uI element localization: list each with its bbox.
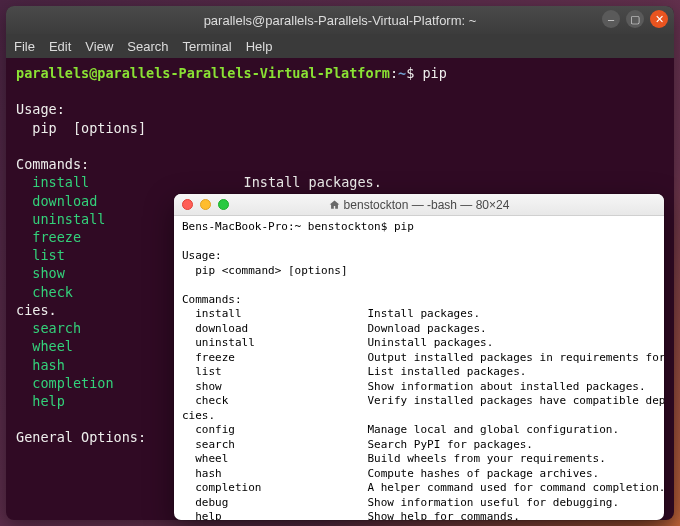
zoom-button[interactable]	[218, 199, 229, 210]
menu-search[interactable]: Search	[127, 39, 168, 54]
ubuntu-titlebar[interactable]: parallels@parallels-Parallels-Virtual-Pl…	[6, 6, 674, 34]
menu-edit[interactable]: Edit	[49, 39, 71, 54]
maximize-button[interactable]: ▢	[626, 10, 644, 28]
menu-file[interactable]: File	[14, 39, 35, 54]
mac-terminal-body[interactable]: Bens-MacBook-Pro:~ benstockton$ pip Usag…	[174, 216, 664, 520]
mac-window-title: benstockton — -bash — 80×24	[344, 198, 510, 212]
home-icon	[329, 198, 344, 212]
ubuntu-window-controls: – ▢ ✕	[602, 10, 668, 28]
menu-view[interactable]: View	[85, 39, 113, 54]
mac-window-controls	[182, 199, 229, 210]
minimize-button[interactable]: –	[602, 10, 620, 28]
ubuntu-window-title: parallels@parallels-Parallels-Virtual-Pl…	[204, 13, 477, 28]
minimize-button[interactable]	[200, 199, 211, 210]
menu-help[interactable]: Help	[246, 39, 273, 54]
mac-titlebar[interactable]: benstockton — -bash — 80×24	[174, 194, 664, 216]
close-button[interactable]: ✕	[650, 10, 668, 28]
mac-terminal-window: benstockton — -bash — 80×24 Bens-MacBook…	[174, 194, 664, 520]
close-button[interactable]	[182, 199, 193, 210]
ubuntu-menubar: File Edit View Search Terminal Help	[6, 34, 674, 58]
menu-terminal[interactable]: Terminal	[183, 39, 232, 54]
